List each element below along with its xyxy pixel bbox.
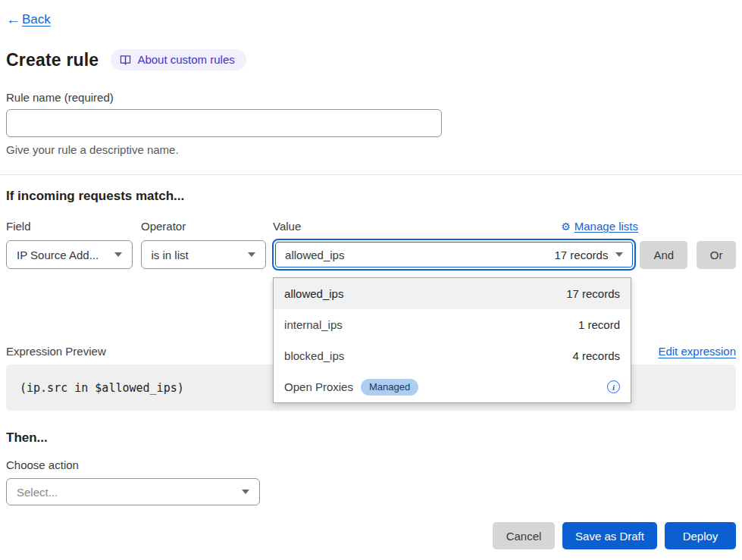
deploy-button[interactable]: Deploy (665, 522, 736, 549)
chevron-down-icon (114, 252, 122, 257)
rule-name-help-text: Give your rule a descriptive name. (6, 143, 736, 156)
about-custom-rules-link[interactable]: About custom rules (111, 49, 246, 70)
option-records: 17 records (566, 287, 620, 300)
back-link[interactable]: ←Back (6, 12, 51, 27)
condition-row: IP Source Add... is in list allowed_ips … (6, 239, 736, 271)
value-select-focus-ring: allowed_ips 17 records (272, 239, 636, 271)
expression-preview-label: Expression Preview (6, 345, 106, 358)
option-name: allowed_ips (284, 287, 343, 300)
book-icon (120, 55, 131, 65)
operator-select-value: is in list (152, 249, 189, 261)
field-select-value: IP Source Add... (17, 249, 99, 261)
page-title: Create rule (6, 50, 99, 70)
option-name: blocked_ips (284, 349, 344, 362)
expression-code: (ip.src in $allowed_ips) (20, 381, 184, 395)
value-label: Value (273, 220, 301, 233)
chevron-down-icon (248, 252, 255, 257)
chevron-down-icon (615, 252, 623, 257)
and-button[interactable]: And (640, 241, 687, 269)
action-select-placeholder: Select... (17, 486, 58, 499)
dropdown-option-open-proxies[interactable]: Open Proxies Managed i (274, 371, 631, 402)
chevron-down-icon (242, 490, 249, 494)
operator-label: Operator (141, 220, 273, 233)
action-select[interactable]: Select... (6, 478, 260, 505)
title-row: Create rule About custom rules (6, 49, 736, 70)
value-select-records: 17 records (555, 249, 609, 261)
cancel-button[interactable]: Cancel (493, 522, 555, 549)
managed-badge: Managed (361, 379, 418, 396)
create-rule-page: ←Back Create rule About custom rules Rul… (0, 0, 742, 560)
edit-expression-link[interactable]: Edit expression (658, 345, 736, 358)
back-link-label: Back (22, 12, 51, 27)
manage-lists-label: Manage lists (575, 220, 638, 233)
option-name: Open Proxies (284, 380, 353, 393)
rule-name-input[interactable] (6, 109, 442, 137)
or-button[interactable]: Or (697, 241, 736, 269)
rule-name-label: Rule name (required) (6, 91, 736, 104)
save-as-draft-button[interactable]: Save as Draft (562, 522, 657, 549)
value-select[interactable]: allowed_ips 17 records (275, 242, 633, 267)
value-select-wrapper: allowed_ips 17 records allowed_ips 17 re… (272, 239, 636, 271)
back-arrow-icon: ← (6, 13, 20, 27)
option-records: 1 record (578, 318, 620, 331)
option-records: 4 records (573, 349, 621, 362)
match-section-heading: If incoming requests match... (6, 189, 736, 204)
field-label: Field (6, 220, 141, 233)
field-select[interactable]: IP Source Add... (6, 240, 133, 269)
value-select-name: allowed_ips (285, 249, 344, 261)
dropdown-option-blocked-ips[interactable]: blocked_ips 4 records (274, 340, 631, 371)
option-name: internal_ips (284, 318, 343, 331)
operator-select[interactable]: is in list (141, 240, 267, 269)
about-badge-label: About custom rules (137, 53, 234, 66)
footer-actions: Cancel Save as Draft Deploy (6, 522, 736, 549)
condition-labels-row: Field Operator Value ⚙ Manage lists (6, 220, 736, 233)
info-icon[interactable]: i (607, 380, 620, 393)
section-divider (0, 174, 742, 175)
dropdown-option-internal-ips[interactable]: internal_ips 1 record (274, 309, 631, 340)
then-section-heading: Then... (6, 430, 736, 446)
choose-action-label: Choose action (6, 458, 736, 471)
dropdown-option-allowed-ips[interactable]: allowed_ips 17 records (274, 278, 631, 309)
gear-icon: ⚙ (561, 221, 571, 233)
value-dropdown-menu: allowed_ips 17 records internal_ips 1 re… (273, 277, 631, 403)
manage-lists-link[interactable]: ⚙ Manage lists (561, 220, 638, 233)
